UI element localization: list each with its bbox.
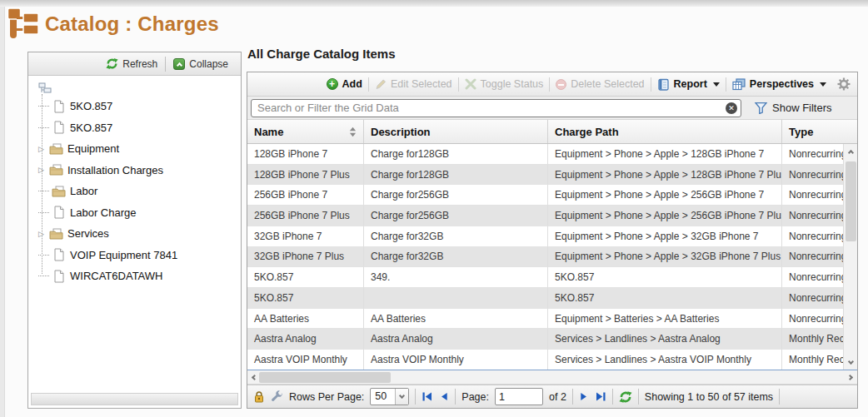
tree-item-equipment[interactable]: ▷Equipment (38, 138, 241, 160)
tree-item-services[interactable]: ▷Services (38, 223, 241, 245)
toolbar-separator (458, 77, 459, 92)
toggle-status-button[interactable]: Toggle Status (465, 78, 544, 90)
tree-connector (38, 255, 49, 256)
rows-per-page-select[interactable]: 50 (370, 388, 409, 405)
collapse-label: Collapse (189, 58, 228, 70)
tree-item-labor[interactable]: Labor (38, 181, 241, 202)
add-label: Add (342, 78, 362, 90)
show-filters-label: Show Filters (772, 102, 832, 114)
edit-selected-label: Edit Selected (391, 78, 452, 90)
tree-item-5ko-857[interactable]: 5KO.857 (38, 96, 241, 117)
vertical-scroll-thumb[interactable] (846, 161, 856, 241)
page-title: Catalog : Charges (45, 12, 219, 36)
lock-icon[interactable] (253, 390, 265, 403)
expand-arrow-icon[interactable]: ▷ (38, 230, 49, 238)
table-row[interactable]: 5KO.8575KO.857Nonrecurring (247, 288, 857, 309)
grid-header-row: NameDescriptionCharge PathType (247, 120, 857, 144)
column-header-name[interactable]: Name (247, 120, 364, 143)
expand-arrow-icon[interactable]: ▷ (38, 166, 49, 174)
tree-panel-footer (31, 393, 238, 405)
cell-name: 32GB iPhone 7 Plus (247, 247, 364, 268)
cell-description (364, 288, 548, 309)
table-row[interactable]: 256GB iPhone 7Charge for256GBEquipment >… (247, 185, 857, 206)
tree-connector (38, 106, 49, 107)
tree-connector (38, 276, 49, 276)
cell-description: AA Batteries (364, 309, 548, 330)
cell-description: Aastra VOIP Monthly (364, 350, 548, 370)
tree-item-5ko-857[interactable]: 5KO.857 (38, 117, 241, 139)
cell-charge-path: Equipment > Phone > Apple > 32GB iPhone … (548, 247, 782, 268)
refresh-label: Refresh (122, 58, 157, 70)
tree-item-label: WIRCAT6DATAWH (70, 270, 162, 282)
column-header-label: Type (789, 126, 813, 138)
rows-per-page-label: Rows Per Page: (289, 391, 364, 403)
delete-selected-button[interactable]: Delete Selected (556, 78, 644, 90)
horizontal-scrollbar[interactable] (247, 370, 857, 385)
add-icon: + (327, 78, 338, 90)
cell-description: Charge for256GB (364, 185, 548, 206)
tree-item-label: Labor Charge (70, 206, 137, 219)
table-row[interactable]: 5KO.857349.5KO.857Nonrecurring (247, 267, 857, 288)
table-row[interactable]: 256GB iPhone 7 PlusCharge for256GBEquipm… (247, 206, 857, 226)
next-page-button[interactable] (579, 391, 589, 402)
toolbar-separator (368, 77, 369, 92)
sort-icon[interactable] (349, 127, 357, 137)
cell-name: 32GB iPhone 7 (247, 226, 364, 247)
page-label: Page: (461, 391, 489, 403)
perspectives-layers-icon (732, 78, 746, 91)
refresh-grid-button[interactable] (619, 390, 632, 404)
perspectives-label: Perspectives (750, 78, 814, 90)
clear-search-icon[interactable]: ✕ (726, 102, 737, 114)
scroll-up-icon[interactable] (844, 144, 857, 158)
table-row[interactable]: Aastra VOIP MonthlyAastra VOIP MonthlySe… (247, 350, 857, 370)
column-header-description[interactable]: Description (364, 120, 548, 143)
previous-page-button[interactable] (439, 391, 449, 402)
tree-item-labor-charge[interactable]: Labor Charge (38, 202, 241, 224)
cell-name: 5KO.857 (247, 288, 364, 309)
expand-arrow-icon[interactable]: ▷ (38, 145, 49, 153)
table-row[interactable]: 32GB iPhone 7 PlusCharge for32GBEquipmen… (247, 247, 857, 268)
last-page-button[interactable] (595, 391, 606, 402)
add-button[interactable]: + Add (327, 78, 362, 90)
report-dropdown-button[interactable]: Report (657, 78, 720, 91)
pager-separator (415, 389, 416, 405)
page-number-input[interactable] (495, 388, 543, 405)
catalog-tree-panel: Refresh Collapse 5KO.8575KO.857▷Equipmen… (27, 52, 242, 409)
wrench-icon[interactable] (271, 390, 283, 403)
column-header-type[interactable]: Type (782, 120, 857, 143)
refresh-tree-button[interactable]: Refresh (98, 52, 165, 75)
tree-item-wircat6datawh[interactable]: WIRCAT6DATAWH (38, 266, 241, 287)
scroll-left-icon[interactable] (247, 370, 259, 385)
scroll-down-icon[interactable] (844, 355, 857, 370)
table-row[interactable]: 128GB iPhone 7Charge for128GBEquipment >… (247, 144, 857, 165)
column-header-charge-path[interactable]: Charge Path (548, 120, 782, 143)
table-row[interactable]: 32GB iPhone 7Charge for32GBEquipment > P… (247, 226, 857, 247)
edit-selected-button[interactable]: Edit Selected (375, 78, 452, 90)
grid-settings-gear-icon[interactable] (837, 77, 851, 91)
pager-separator (455, 389, 456, 405)
cell-charge-path: Equipment > Phone > Apple > 256GB iPhone… (548, 206, 782, 226)
table-row[interactable]: Aastra AnalogAastra AnalogServices > Lan… (247, 329, 857, 350)
tree-connector (38, 191, 49, 191)
table-row[interactable]: 128GB iPhone 7 PlusCharge for128GBEquipm… (247, 165, 857, 186)
search-field-wrap: ✕ (251, 99, 741, 117)
tree-item-voip-equipment-7841[interactable]: VOIP Equipment 7841 (38, 245, 241, 266)
delete-icon (556, 79, 566, 90)
table-row[interactable]: AA BatteriesAA BatteriesEquipment > Batt… (247, 309, 857, 330)
first-page-button[interactable] (422, 391, 433, 402)
tree-root-node[interactable] (38, 81, 241, 96)
scroll-right-icon[interactable] (846, 370, 857, 385)
pager-separator (612, 389, 613, 405)
tree-item-installation-charges[interactable]: ▷Installation Charges (38, 160, 241, 181)
collapse-tree-button[interactable]: Collapse (166, 52, 236, 75)
vertical-scrollbar[interactable] (843, 144, 857, 370)
file-icon (52, 248, 66, 261)
folder-icon (49, 142, 63, 156)
folder-icon (49, 227, 63, 241)
horizontal-scroll-thumb[interactable] (259, 372, 391, 383)
perspectives-dropdown-button[interactable]: Perspectives (732, 78, 826, 91)
show-filters-button[interactable]: Show Filters (755, 102, 832, 114)
cell-charge-path: Services > Landlines > Aastra Analog (548, 329, 782, 350)
previous-page-icon (439, 391, 449, 402)
grid-search-input[interactable] (251, 99, 741, 117)
